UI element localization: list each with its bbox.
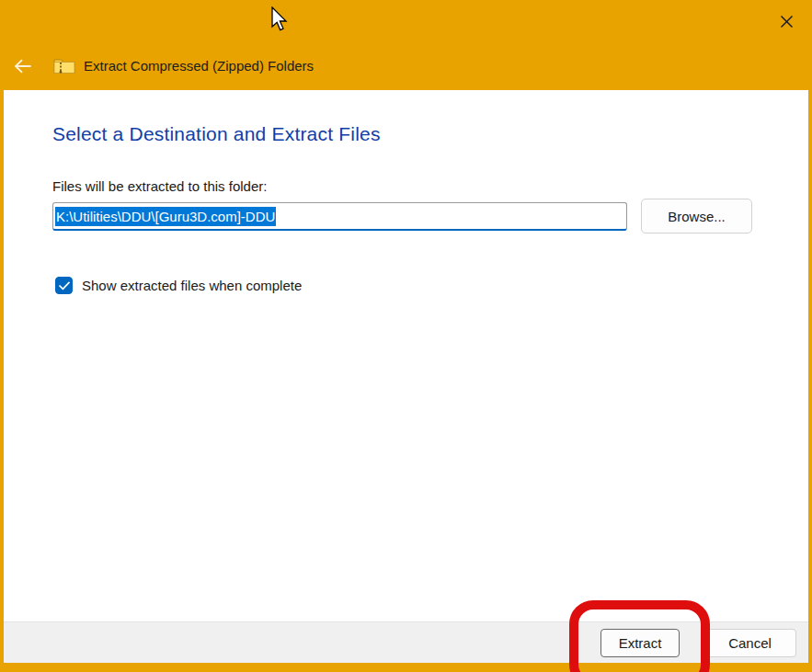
page-heading: Select a Destination and Extract Files: [4, 90, 808, 145]
selected-path-text: K:\Utilities\DDU\[Guru3D.com]-DDU: [55, 207, 276, 226]
checkbox-label: Show extracted files when complete: [82, 278, 302, 293]
checkmark-icon: [59, 281, 70, 290]
footer-bar: Extract Cancel: [4, 621, 808, 663]
path-row: K:\Utilities\DDU\[Guru3D.com]-DDU Browse…: [52, 202, 808, 233]
show-files-checkbox[interactable]: [55, 277, 73, 294]
zip-folder-icon: [53, 57, 75, 74]
destination-path-input[interactable]: K:\Utilities\DDU\[Guru3D.com]-DDU: [52, 202, 627, 231]
folder-label: Files will be extracted to this folder:: [52, 178, 808, 194]
dialog-body: Select a Destination and Extract Files F…: [4, 90, 808, 663]
browse-button[interactable]: Browse...: [641, 199, 752, 233]
wizard-title: Extract Compressed (Zipped) Folders: [84, 58, 314, 74]
extract-wizard-window: Extract Compressed (Zipped) Folders Sele…: [0, 0, 812, 672]
cancel-button[interactable]: Cancel: [703, 629, 796, 657]
close-x-icon: [780, 15, 794, 28]
wizard-header: Extract Compressed (Zipped) Folders: [0, 41, 812, 90]
close-button[interactable]: [772, 7, 801, 35]
back-button[interactable]: [8, 52, 36, 80]
back-arrow-icon: [14, 59, 31, 74]
show-files-option: Show extracted files when complete: [55, 277, 808, 294]
extract-button[interactable]: Extract: [600, 629, 680, 657]
titlebar[interactable]: [0, 0, 812, 41]
mouse-arrow-cursor: [271, 6, 290, 32]
